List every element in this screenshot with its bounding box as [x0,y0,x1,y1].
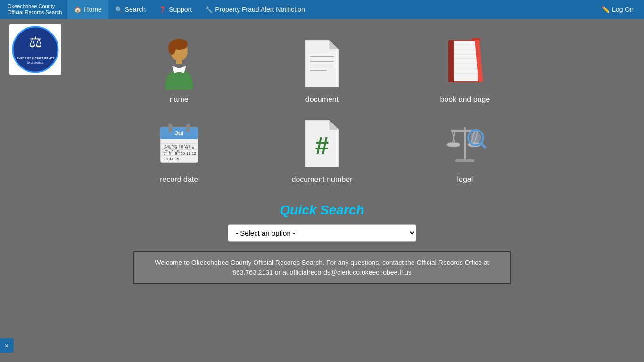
support-icon: ❓ [159,6,166,13]
svg-rect-54 [464,127,466,160]
legal-icon-img [441,118,488,170]
nav-brand: Okeechobee County Official Records Searc… [4,3,66,16]
welcome-box: Welcome to Okeechobee County Official Re… [133,251,511,284]
svg-point-61 [447,142,460,147]
svg-text:#: # [315,132,329,159]
search-option-book-and-page[interactable]: book and page [396,33,534,108]
login-icon: ✏️ [602,6,610,13]
nav-brand-subtitle: Official Records Search [8,9,62,16]
search-option-record-date[interactable]: Jul Su Mo Tu We Th Fr Sa 1 2 3 4 [110,113,248,189]
nav-item-home-label: Home [84,6,101,13]
search-option-document-number[interactable]: # document number [253,113,391,189]
doc-number-svg: # [305,120,339,167]
svg-text:⚖: ⚖ [29,33,42,50]
search-option-document[interactable]: document [253,33,391,108]
icons-grid: name document [110,33,534,189]
svg-rect-7 [176,58,182,64]
calendar-svg: Jul Su Mo Tu We Th Fr Sa 1 2 3 4 [158,120,200,167]
sidebar-toggle-button[interactable]: » [0,338,14,353]
quick-search-title: Quick Search [280,203,364,218]
search-icon: 🔍 [115,6,123,13]
logo-svg: ⚖ CLERK OF CIRCUIT COURT OKEECHOBEE [12,26,59,73]
svg-rect-16 [454,41,478,81]
nav-item-search[interactable]: 🔍 Search [108,0,152,19]
document-icon-img [298,38,346,90]
quick-search-section: Quick Search - Select an option -NameDoc… [9,203,635,242]
svg-text:2: 2 [169,146,172,150]
nav-item-support[interactable]: ❓ Support [152,0,198,19]
document-label: document [305,95,339,104]
svg-text:5: 5 [186,146,189,150]
home-icon: 🏠 [74,6,82,13]
svg-marker-52 [329,120,339,130]
legal-svg [444,118,486,170]
svg-text:11: 11 [186,151,190,156]
nav-brand-title: Okeechobee County [8,3,62,9]
book-svg [444,38,486,90]
svg-text:Th Fr Sa: Th Fr Sa [165,149,182,154]
nav-item-search-label: Search [125,6,146,13]
nav-item-fraud[interactable]: 🔧 Property Fraud Alert Notifiction [198,0,312,19]
svg-text:9: 9 [175,151,177,156]
svg-text:Jul: Jul [174,130,183,137]
welcome-line2: 863.763.2131 or at officialrecords@clerk… [232,269,412,276]
name-label: name [170,95,189,104]
document-number-label: document number [292,175,353,184]
quick-search-select[interactable]: - Select an option -NameDocumentBook and… [228,224,416,242]
svg-line-65 [481,143,485,148]
nav-item-support-label: Support [169,6,192,13]
svg-rect-29 [168,124,172,132]
name-icon-img [156,38,203,90]
document-svg [305,40,339,87]
svg-marker-9 [329,40,339,49]
svg-text:CLERK OF CIRCUIT COURT: CLERK OF CIRCUIT COURT [17,57,54,59]
search-option-legal[interactable]: legal [396,113,534,189]
svg-rect-55 [455,159,474,162]
svg-text:12: 12 [192,151,196,156]
svg-text:7: 7 [164,151,166,156]
person-svg [158,38,200,90]
svg-text:13: 13 [164,157,168,161]
book-and-page-label: book and page [440,95,490,104]
wrench-icon: 🔧 [205,6,213,13]
svg-rect-30 [186,124,190,132]
navbar: Okeechobee County Official Records Searc… [0,0,644,19]
record-date-label: record date [160,175,198,184]
svg-rect-15 [448,40,454,82]
svg-text:8: 8 [169,151,172,156]
search-option-name[interactable]: name [110,33,248,108]
logo: ⚖ CLERK OF CIRCUIT COURT OKEECHOBEE [9,24,61,75]
svg-text:6: 6 [192,146,194,150]
nav-login[interactable]: ✏️ Log On [595,6,640,13]
svg-text:4: 4 [181,146,183,150]
svg-text:15: 15 [175,157,179,161]
nav-login-label: Log On [612,6,634,13]
nav-item-fraud-label: Property Fraud Alert Notifiction [215,6,305,13]
svg-text:10: 10 [181,151,185,156]
main-content: name document [0,19,644,294]
nav-item-home[interactable]: 🏠 Home [67,0,108,19]
nav-items: 🏠 Home 🔍 Search ❓ Support 🔧 Property Fra… [67,0,311,19]
calendar-icon-img: Jul Su Mo Tu We Th Fr Sa 1 2 3 4 [156,118,203,170]
svg-point-6 [168,41,176,55]
logo-container: ⚖ CLERK OF CIRCUIT COURT OKEECHOBEE [9,24,61,75]
svg-text:1: 1 [164,146,166,150]
svg-text:14: 14 [169,157,173,161]
welcome-line1: Welcome to Okeechobee County Official Re… [155,259,489,266]
legal-label: legal [457,175,473,184]
svg-point-64 [470,132,481,143]
svg-text:3: 3 [175,146,177,150]
svg-text:OKEECHOBEE: OKEECHOBEE [27,61,44,64]
book-icon-img [441,38,488,90]
doc-number-icon-img: # [298,118,346,170]
